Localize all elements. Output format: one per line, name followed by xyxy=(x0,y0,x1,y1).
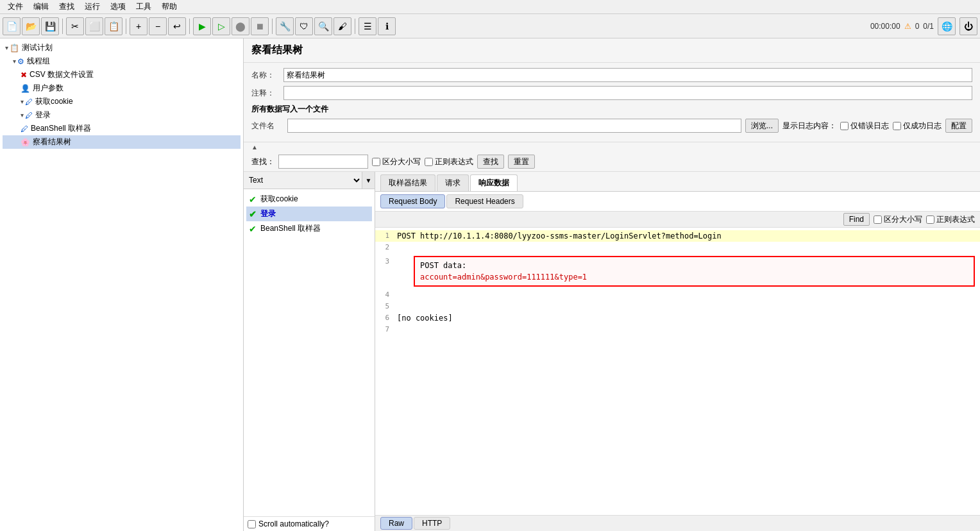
case-sensitive-checkbox[interactable] xyxy=(372,158,380,166)
menu-options[interactable]: 选项 xyxy=(105,0,131,13)
tool1-button[interactable]: 🔧 xyxy=(276,17,294,35)
login-label: 登录 xyxy=(35,110,51,121)
glasses-button[interactable]: 🔍 xyxy=(314,17,332,35)
list-button[interactable]: ☰ xyxy=(359,17,376,35)
divider-row: ▲ xyxy=(244,142,980,152)
comment-label: 注释： xyxy=(251,88,283,99)
tree-item-user-params[interactable]: 👤 用户参数 xyxy=(3,81,241,95)
list-dropdown-arrow[interactable]: ▼ xyxy=(362,172,375,189)
info-button[interactable]: ℹ xyxy=(378,17,396,35)
power-button[interactable]: ⏻ xyxy=(959,17,977,35)
list-item-beanshell-label: BeanShell 取样器 xyxy=(260,223,321,234)
stop2-button[interactable]: ⏹ xyxy=(251,17,269,35)
tool2-button[interactable]: 🛡 xyxy=(295,17,313,35)
linenum-1: 1 xyxy=(375,230,394,242)
expand-group[interactable]: ▾ xyxy=(13,58,16,65)
tree-item-get-cookie[interactable]: ▾ 🖊 获取cookie xyxy=(3,95,241,108)
expand-arrow-up[interactable]: ▲ xyxy=(251,144,258,151)
menu-run[interactable]: 运行 xyxy=(80,0,105,13)
comment-row: 注释： xyxy=(251,86,972,100)
reset-button[interactable]: 重置 xyxy=(508,155,535,169)
code-text-6: [no cookies] xyxy=(394,312,980,324)
regex-checkbox[interactable] xyxy=(425,158,433,166)
file-label: 文件名 xyxy=(251,121,283,131)
scroll-auto-label: Scroll automatically? xyxy=(258,519,329,528)
subtab-request-body[interactable]: Request Body xyxy=(380,194,445,208)
content-panel: 察看结果树 名称： 注释： 所有数据写入一个文件 文件名 浏览... 显示日志内… xyxy=(244,38,980,531)
copy-button[interactable]: ⬜ xyxy=(85,17,103,35)
new-button[interactable]: 📄 xyxy=(3,17,21,35)
error-only-checkbox[interactable] xyxy=(840,122,849,130)
tree-item-result-tree[interactable]: 🌸 察看结果树 xyxy=(3,135,241,149)
user-icon: 👤 xyxy=(21,84,30,93)
code-text-4 xyxy=(394,289,980,301)
detail-panel: 取样器结果 请求 响应数据 Request Body Request Heade… xyxy=(375,172,980,531)
paste-button[interactable]: 📋 xyxy=(105,17,122,35)
save-button[interactable]: 💾 xyxy=(41,17,59,35)
list-item-login[interactable]: ✔ 登录 xyxy=(246,206,372,221)
result-label: 察看结果树 xyxy=(33,137,71,148)
csv-icon: ✖ xyxy=(21,71,27,80)
add-button[interactable]: + xyxy=(130,17,148,35)
run2-button[interactable]: ▷ xyxy=(212,17,230,35)
remove-button[interactable]: − xyxy=(149,17,167,35)
bottom-tab-raw[interactable]: Raw xyxy=(380,517,412,530)
run-button[interactable]: ▶ xyxy=(193,17,211,35)
menu-tools[interactable]: 工具 xyxy=(131,0,156,13)
undo-button[interactable]: ↩ xyxy=(168,17,186,35)
tab-request[interactable]: 请求 xyxy=(437,174,469,191)
menu-edit[interactable]: 编辑 xyxy=(28,0,54,13)
find-button[interactable]: 查找 xyxy=(477,155,504,169)
menubar: 文件 编辑 查找 运行 选项 工具 帮助 xyxy=(0,0,980,14)
list-dropdown[interactable]: Text xyxy=(244,172,362,189)
find-case-checkbox[interactable] xyxy=(874,215,882,224)
code-text-7 xyxy=(394,324,980,335)
file-input[interactable] xyxy=(287,119,741,133)
code-area[interactable]: 1 POST http://10.1.1.4:8080/lyyzoo-ssms-… xyxy=(375,228,980,515)
success-only-text: 仅成功日志 xyxy=(903,121,942,131)
expand-login[interactable]: ▾ xyxy=(21,112,24,119)
tree-item-beanshell[interactable]: 🖊 BeanShell 取样器 xyxy=(3,122,241,135)
config-button[interactable]: 配置 xyxy=(945,119,972,133)
tree-item-test-plan[interactable]: ▾ 📋 测试计划 xyxy=(3,41,241,55)
globe-button[interactable]: 🌐 xyxy=(938,17,956,35)
tree-item-csv[interactable]: ✖ CSV 数据文件设置 xyxy=(3,68,241,81)
menu-file[interactable]: 文件 xyxy=(3,0,28,13)
success-only-label: 仅成功日志 xyxy=(893,121,942,131)
stop-button[interactable]: ⬤ xyxy=(232,17,249,35)
menu-find[interactable]: 查找 xyxy=(54,0,80,13)
section-label: 所有数据写入一个文件 xyxy=(251,104,972,115)
success-only-checkbox[interactable] xyxy=(893,122,901,130)
cut-button[interactable]: ✂ xyxy=(66,17,84,35)
detail-content: Request Body Request Headers Find 区分大小写 … xyxy=(375,192,980,531)
file-row: 文件名 浏览... 显示日志内容： 仅错误日志 仅成功日志 配置 xyxy=(251,119,972,133)
expand-plan[interactable]: ▾ xyxy=(5,44,8,51)
name-input[interactable] xyxy=(283,68,972,82)
find-case-label: 区分大小写 xyxy=(874,214,922,225)
list-item-get-cookie[interactable]: ✔ 获取cookie xyxy=(246,192,372,206)
list-item-login-label: 登录 xyxy=(260,208,276,219)
bottom-tab-http[interactable]: HTTP xyxy=(414,517,450,530)
brush-button[interactable]: 🖌 xyxy=(334,17,351,35)
find-regex-checkbox[interactable] xyxy=(926,215,934,224)
regex-text: 正则表达式 xyxy=(435,156,473,167)
open-button[interactable]: 📂 xyxy=(22,17,40,35)
find-case-text: 区分大小写 xyxy=(884,214,922,225)
search-row: 查找： 区分大小写 正则表达式 查找 重置 xyxy=(244,152,980,172)
list-item-beanshell[interactable]: ✔ BeanShell 取样器 xyxy=(246,221,372,236)
tree-item-thread-group[interactable]: ▾ ⚙ 线程组 xyxy=(3,55,241,68)
comment-input[interactable] xyxy=(283,86,972,100)
subtab-request-headers[interactable]: Request Headers xyxy=(446,194,523,208)
log-label: 显示日志内容： xyxy=(782,121,836,131)
find-btn[interactable]: Find xyxy=(843,213,870,226)
browse-button[interactable]: 浏览... xyxy=(745,119,779,133)
tree-item-login[interactable]: ▾ 🖊 登录 xyxy=(3,108,241,122)
scroll-auto-checkbox[interactable] xyxy=(248,520,256,528)
regex-label: 正则表达式 xyxy=(425,156,473,167)
search-input[interactable] xyxy=(278,155,368,169)
expand-cookie[interactable]: ▾ xyxy=(21,98,24,105)
tab-response[interactable]: 响应数据 xyxy=(470,174,518,191)
tab-sampler-result[interactable]: 取样器结果 xyxy=(380,174,435,191)
scroll-auto-row: Scroll automatically? xyxy=(244,516,375,531)
menu-help[interactable]: 帮助 xyxy=(156,0,182,13)
